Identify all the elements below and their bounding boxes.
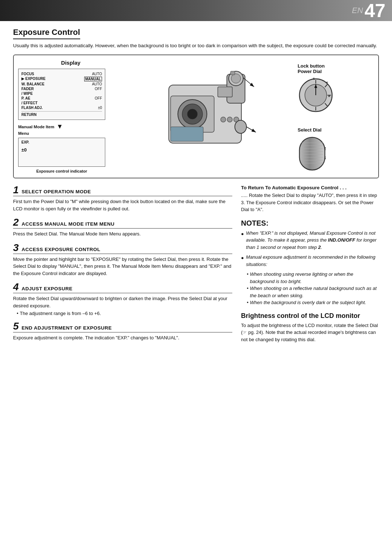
- power-dial-illustration: S F A: [298, 77, 334, 113]
- svg-rect-29: [299, 137, 325, 170]
- to-return-box: To Return To Automatic Exposure Control …: [241, 185, 379, 213]
- step-4-bullet: The adjustment range is from –6 to +6.: [17, 311, 232, 316]
- diagram-box: Display FOCUS AUTO ▶ EXPOSURE MANUAL W. …: [13, 55, 379, 178]
- header-bar: EN 47: [0, 0, 392, 21]
- lcd-row-focus: FOCUS AUTO: [21, 72, 102, 76]
- step-3-header: 3 ACCESS EXPOSURE CONTROL: [13, 243, 232, 254]
- step-2-header: 2 ACCESS MANUAL MODE ITEM MENU: [13, 217, 232, 229]
- exp-box: EXP. ±0: [18, 138, 105, 167]
- svg-text:A: A: [328, 94, 330, 98]
- svg-point-6: [187, 109, 197, 119]
- exposure-indicator-label: Exposure control indicator: [18, 169, 105, 173]
- step-4-body: Rotate the Select Dial upward/downward t…: [13, 295, 232, 309]
- step-5: 5 END ADJUSTRMENT OF EXPOSURE Exposure a…: [13, 321, 232, 342]
- sub-bullet-text-2: When shooting on a reflective natural ba…: [250, 285, 379, 299]
- en-label: EN: [352, 6, 363, 15]
- lcd-return: RETURN: [21, 111, 102, 117]
- menu-label: Menu: [18, 131, 123, 136]
- lock-power-group: Lock button Power Dial S: [298, 63, 334, 113]
- note-1: ● When "EXP." is not displayed, Manual E…: [241, 230, 379, 251]
- lcd-row-effect: / EFFECT: [21, 101, 102, 105]
- step-5-title: END ADJUSTRMENT OF EXPOSURE: [22, 325, 112, 331]
- step-4: 4 ADJUST EXPOSURE Rotate the Select Dial…: [13, 282, 232, 316]
- camera-illustration: [147, 63, 274, 165]
- to-return-body: ..... Rotate the Select Dial to display …: [241, 192, 379, 213]
- main-content: Exposure Control Usually this is adjuste…: [0, 21, 392, 362]
- steps-right: To Return To Automatic Exposure Control …: [241, 185, 379, 347]
- focus-value: AUTO: [92, 72, 102, 76]
- step-1-number: 1: [13, 185, 19, 195]
- wbalance-value: AUTO: [92, 82, 102, 86]
- svg-rect-8: [171, 127, 203, 141]
- power-dial-svg: S F A: [298, 77, 334, 113]
- select-dial-label: Select Dial: [298, 127, 322, 133]
- select-dial-group: Select Dial: [298, 127, 327, 173]
- pae-label: P. AE: [21, 96, 30, 100]
- svg-point-14: [235, 120, 246, 133]
- diagram-center: [123, 60, 298, 169]
- exp-value: ±0: [21, 147, 102, 153]
- sub-bullet-text-1: When shooting using reverse lighting or …: [250, 271, 379, 285]
- lcd-row-exposure: ▶ EXPOSURE MANUAL: [21, 77, 102, 81]
- note-1-bullet: ●: [241, 230, 244, 251]
- arrow-down-icon: ▼: [57, 123, 63, 130]
- note-2-bullet: ●: [241, 254, 244, 268]
- svg-point-9: [221, 117, 226, 122]
- lcd-row-wipe: / WIPE: [21, 92, 102, 96]
- step-1-body: First turn the Power Dial to "M" while p…: [13, 198, 232, 212]
- step-1: 1 SELECT OPERATION MODE First turn the P…: [13, 185, 232, 212]
- exp-label: EXP.: [21, 140, 102, 144]
- step-3-title: ACCESS EXPOSURE CONTROL: [22, 247, 101, 252]
- sub-bullet-text-3: When the background is overly dark or th…: [250, 299, 366, 306]
- step-1-title: SELECT OPERATION MODE: [22, 189, 91, 194]
- note-1-text: When "EXP." is not displayed, Manual Exp…: [246, 230, 379, 251]
- mode-item-label: Manual Mode Item ▼: [18, 123, 123, 130]
- step-4-title: ADJUST EXPOSURE: [22, 286, 73, 291]
- svg-text:F: F: [326, 81, 328, 84]
- lcd-row-pae: P. AE OFF: [21, 96, 102, 100]
- step-5-number: 5: [13, 321, 19, 331]
- focus-label: FOCUS: [21, 72, 34, 76]
- svg-text:↓: ↓: [324, 154, 327, 160]
- wipe-label: / WIPE: [21, 92, 33, 96]
- notes-title: NOTES:: [241, 219, 379, 227]
- lcd-row-flashadj: FLASH ADJ. ±0: [21, 106, 102, 110]
- diagram-right: Lock button Power Dial S: [298, 60, 374, 173]
- exposure-arrow: ▶ EXPOSURE: [21, 77, 45, 81]
- flashadj-label: FLASH ADJ.: [21, 106, 43, 110]
- step-3-body: Move the pointer and highlight bar to "E…: [13, 256, 232, 277]
- exposure-value: MANUAL: [84, 77, 102, 81]
- note-2-sub-3: • When the background is overly dark or …: [247, 299, 379, 306]
- step-1-header: 1 SELECT OPERATION MODE: [13, 185, 232, 196]
- svg-point-13: [231, 74, 241, 83]
- intro-text: Usually this is adjusted automatically. …: [13, 42, 379, 49]
- step-2: 2 ACCESS MANUAL MODE ITEM MENU Press the…: [13, 217, 232, 238]
- step-2-body: Press the Select Dial. The Manual Mode I…: [13, 230, 232, 238]
- svg-point-10: [227, 117, 232, 122]
- select-dial-svg: ↑ ↓: [298, 136, 327, 172]
- lcd-row-fader: FADER OFF: [21, 87, 102, 91]
- step-5-body: Exposure adjustment is complete. The ind…: [13, 334, 232, 342]
- power-dial-label: Power Dial: [298, 69, 322, 74]
- mode-item-text: Manual Mode Item: [18, 125, 54, 129]
- fader-label: FADER: [21, 87, 34, 91]
- step-2-title: ACCESS MANUAL MODE ITEM MENU: [22, 221, 115, 227]
- step-3-number: 3: [13, 243, 19, 253]
- fader-value: OFF: [95, 87, 102, 91]
- effect-label: / EFFECT: [21, 101, 37, 105]
- lock-button-label: Lock button: [298, 63, 324, 69]
- sub-bullet-marker-3: •: [247, 299, 249, 306]
- note-2: ● Manual exposure adjustment is recommen…: [241, 254, 379, 268]
- svg-line-16: [246, 127, 256, 132]
- to-return-title: To Return To Automatic Exposure Control …: [241, 185, 379, 190]
- lcd-menu-box: FOCUS AUTO ▶ EXPOSURE MANUAL W. BALANCE …: [18, 69, 105, 120]
- note-2-sub-1: • When shooting using reverse lighting o…: [247, 271, 379, 285]
- step-5-header: 5 END ADJUSTRMENT OF EXPOSURE: [13, 321, 232, 332]
- diagram-left: Display FOCUS AUTO ▶ EXPOSURE MANUAL W. …: [18, 60, 123, 173]
- steps-section: 1 SELECT OPERATION MODE First turn the P…: [13, 185, 379, 347]
- svg-text:↑: ↑: [324, 145, 327, 151]
- note-2-sub-2: • When shooting on a reflective natural …: [247, 285, 379, 299]
- section-title: Exposure Control: [13, 28, 80, 39]
- step-4-header: 4 ADJUST EXPOSURE: [13, 282, 232, 293]
- steps-left: 1 SELECT OPERATION MODE First turn the P…: [13, 185, 232, 347]
